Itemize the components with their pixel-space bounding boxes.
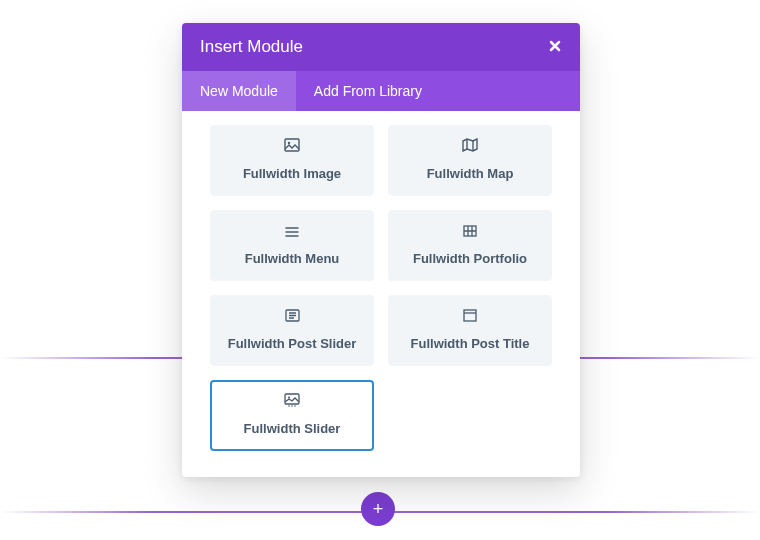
svg-point-8 (291, 405, 293, 407)
svg-point-6 (288, 397, 290, 399)
module-label: Fullwidth Image (243, 166, 341, 181)
module-label: Fullwidth Menu (245, 251, 340, 266)
module-label: Fullwidth Slider (244, 421, 341, 436)
module-grid: Fullwidth Image Fullwidth Map Fullwidth … (182, 111, 580, 477)
module-label: Fullwidth Post Title (411, 336, 530, 351)
tab-new-module[interactable]: New Module (182, 71, 296, 111)
module-fullwidth-map[interactable]: Fullwidth Map (388, 125, 552, 196)
menu-icon (285, 223, 299, 241)
portfolio-icon (463, 223, 477, 241)
svg-point-7 (288, 405, 290, 407)
module-label: Fullwidth Portfolio (413, 251, 527, 266)
image-icon (284, 138, 300, 156)
tab-bar: New Module Add From Library (182, 71, 580, 111)
map-icon (462, 138, 478, 156)
svg-point-1 (288, 142, 290, 144)
post-title-icon (463, 308, 477, 326)
module-fullwidth-slider[interactable]: Fullwidth Slider (210, 380, 374, 451)
module-fullwidth-post-slider[interactable]: Fullwidth Post Slider (210, 295, 374, 366)
module-label: Fullwidth Post Slider (228, 336, 357, 351)
post-slider-icon (285, 308, 300, 326)
module-fullwidth-menu[interactable]: Fullwidth Menu (210, 210, 374, 281)
module-label: Fullwidth Map (427, 166, 514, 181)
add-row-button[interactable]: + (361, 492, 395, 526)
insert-module-modal: Insert Module New Module Add From Librar… (182, 23, 580, 477)
svg-rect-0 (285, 139, 299, 151)
modal-header: Insert Module (182, 23, 580, 71)
module-fullwidth-post-title[interactable]: Fullwidth Post Title (388, 295, 552, 366)
close-icon[interactable] (548, 38, 562, 56)
module-fullwidth-image[interactable]: Fullwidth Image (210, 125, 374, 196)
slider-icon (284, 393, 300, 411)
tab-add-from-library[interactable]: Add From Library (296, 71, 440, 111)
module-fullwidth-portfolio[interactable]: Fullwidth Portfolio (388, 210, 552, 281)
svg-rect-4 (464, 310, 476, 321)
modal-title: Insert Module (200, 37, 303, 57)
svg-point-9 (294, 405, 296, 407)
